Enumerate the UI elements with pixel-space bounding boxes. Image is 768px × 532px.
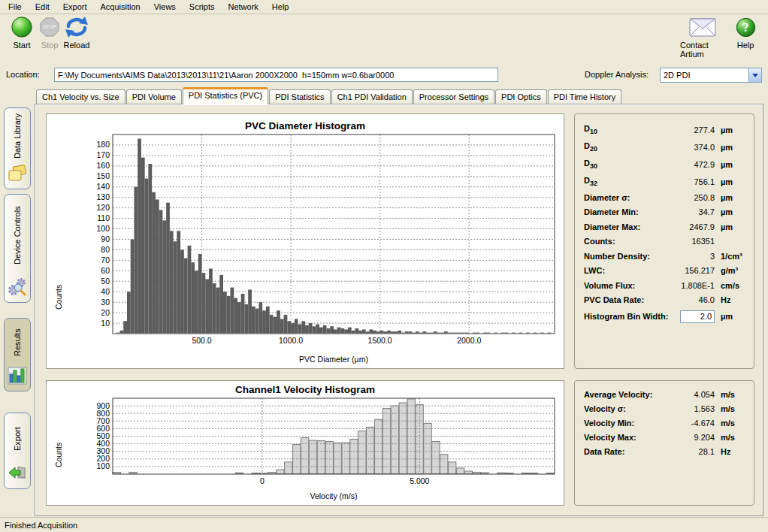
sidebar-item-data-library[interactable]: Data Library	[4, 107, 31, 189]
tab-pdi-time-history[interactable]: PDI Time History	[548, 89, 622, 104]
menu-item-network[interactable]: Network	[221, 1, 265, 13]
export-arrow-icon	[8, 464, 27, 484]
tab-pdi-volume[interactable]: PDI Volume	[126, 89, 182, 104]
stat-label: Velocity Min:	[584, 419, 670, 428]
histogram-bin-width-input[interactable]	[680, 310, 715, 323]
status-text: Finished Acquisition	[5, 521, 77, 530]
stat-value: 756.1	[670, 177, 715, 186]
menu-item-scripts[interactable]: Scripts	[183, 1, 222, 13]
svg-text:1500.0: 1500.0	[368, 336, 392, 345]
svg-text:10: 10	[101, 319, 110, 328]
sidebar-item-device-controls[interactable]: Device Controls	[4, 194, 31, 303]
stat-unit: µm	[715, 143, 745, 152]
stat-value: 2467.9	[670, 222, 715, 231]
stat-unit: µm	[715, 160, 745, 169]
stat-label: Volume Flux:	[584, 281, 670, 290]
tab-ch1-pdi-validation[interactable]: Ch1 PDI Validation	[331, 89, 413, 104]
velocity-histogram-plot: 10020030040050060070080090005.000	[47, 381, 565, 489]
stat-row-number-density: Number Density:31/cm³	[584, 249, 745, 264]
svg-text:900: 900	[96, 401, 110, 410]
menu-item-help[interactable]: Help	[265, 1, 296, 13]
stat-value: 277.4	[670, 125, 715, 135]
stat-unit: µm	[715, 207, 745, 216]
pvc-diameter-histogram-panel: PVC Diameter Histogram Counts 1020304050…	[46, 113, 564, 369]
stat-value: 250.8	[670, 193, 715, 202]
histogram-bars	[116, 139, 552, 334]
stat-unit: m/s	[715, 419, 745, 428]
stat-unit: µm	[715, 193, 745, 202]
svg-text:STOP: STOP	[43, 24, 56, 29]
stat-unit: Hz	[715, 447, 745, 456]
bar-chart-icon	[8, 367, 27, 386]
stat-value: 1.563	[670, 404, 715, 413]
stat-row-histogram-bin-width: Histogram Bin Width:µm	[584, 307, 745, 325]
stat-label: Data Rate:	[584, 447, 670, 456]
stat-label: PVC Data Rate:	[584, 295, 670, 304]
menu-item-file[interactable]: File	[2, 1, 29, 13]
svg-text:80: 80	[101, 245, 110, 254]
location-label: Location:	[6, 70, 40, 79]
svg-text:2000.0: 2000.0	[457, 336, 481, 345]
stat-value: 3	[670, 252, 715, 261]
tab-pdi-statistics-pvc[interactable]: PDI Statistics (PVC)	[183, 87, 268, 104]
stat-value: 156.217	[670, 266, 715, 275]
svg-text:140: 140	[96, 182, 110, 191]
stat-row-data-rate: Data Rate:28.1Hz	[584, 444, 745, 458]
stat-row-volume-flux: Volume Flux:1.808E-1cm/s	[584, 278, 745, 293]
sidebar-item-label: Data Library	[13, 108, 22, 165]
tab-ch1-velocity-vs-size[interactable]: Ch1 Velocity vs. Size	[36, 89, 125, 104]
tab-pdi-optics[interactable]: PDI Optics	[495, 89, 547, 104]
menu-item-edit[interactable]: Edit	[29, 1, 56, 13]
tab-strip: Ch1 Velocity vs. SizePDI VolumePDI Stati…	[36, 88, 622, 104]
stat-row-d32: D32756.1µm	[584, 173, 745, 190]
tab-pdi-statistics[interactable]: PDI Statistics	[269, 89, 330, 104]
stat-row-d20: D20374.0µm	[584, 138, 745, 156]
chevron-down-icon[interactable]	[748, 68, 761, 82]
stat-value: 46.0	[670, 295, 715, 304]
stat-row-pvc-data-rate: PVC Data Rate:46.0Hz	[584, 293, 745, 308]
start-label: Start	[13, 41, 30, 50]
menu-item-acquisition[interactable]: Acquisition	[94, 1, 147, 13]
stat-row-counts: Counts:16351	[584, 234, 745, 249]
help-label: Help	[737, 41, 754, 50]
velocity-chart-xlabel: Velocity (m/s)	[113, 491, 555, 500]
stat-row-d30: D30472.9µm	[584, 156, 745, 173]
stat-label: Histogram Bin Width:	[584, 312, 680, 321]
menu-item-views[interactable]: Views	[147, 1, 183, 13]
svg-text:100: 100	[96, 224, 110, 233]
contact-artium-button[interactable]: Contact Artium	[680, 15, 725, 59]
help-button[interactable]: ? Help	[726, 15, 765, 50]
reload-arrows-icon	[65, 15, 89, 39]
stat-row-velocity: Velocity σ:1.563m/s	[584, 401, 745, 416]
svg-text:20: 20	[101, 308, 110, 317]
svg-text:0: 0	[260, 476, 265, 485]
menu-item-export[interactable]: Export	[56, 1, 94, 13]
stop-label: Stop	[41, 41, 59, 50]
pvc-chart-xlabel: PVC Diameter (µm)	[113, 355, 555, 364]
stat-row-d10: D10277.4µm	[584, 121, 745, 138]
stat-row-average-velocity: Average Velocity:4.054m/s	[584, 387, 745, 401]
stat-label: Velocity Max:	[584, 433, 670, 442]
folders-icon	[8, 165, 27, 184]
svg-text:160: 160	[96, 161, 110, 170]
stat-unit: m/s	[715, 390, 745, 399]
stat-unit: m/s	[715, 433, 745, 442]
stat-unit: Hz	[715, 295, 745, 304]
tab-processor-settings[interactable]: Processor Settings	[413, 89, 494, 104]
doppler-analysis-dropdown[interactable]: 2D PDI	[660, 68, 762, 83]
pvc-histogram-plot: 1020304050607080901001101201301401501601…	[47, 114, 565, 352]
svg-text:110: 110	[97, 213, 110, 222]
svg-text:5.000: 5.000	[410, 476, 429, 485]
pvc-statistics-panel: D10277.4µmD20374.0µmD30472.9µmD32756.1µm…	[574, 113, 754, 369]
location-input[interactable]	[54, 68, 498, 82]
reload-button[interactable]: Reload	[57, 15, 96, 50]
stat-row-lwc: LWC:156.217g/m³	[584, 264, 745, 279]
sidebar-item-export[interactable]: Export	[4, 413, 31, 489]
sidebar-item-label: Results	[13, 319, 22, 367]
stat-row-velocity-min: Velocity Min:-4.674m/s	[584, 416, 745, 430]
help-question-icon: ?	[736, 15, 756, 39]
stat-label: LWC:	[584, 266, 670, 275]
sidebar-item-results[interactable]: Results	[4, 318, 31, 391]
menu-bar: FileEditExportAcquisitionViewsScriptsNet…	[0, 0, 768, 14]
stat-value: 9.204	[670, 433, 715, 442]
